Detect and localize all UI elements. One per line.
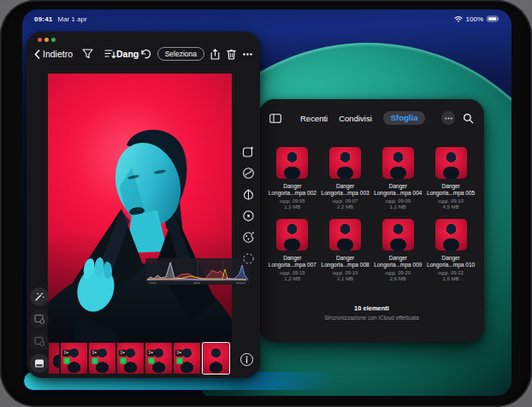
magic-wand-icon[interactable] [30, 287, 49, 306]
sort-icon[interactable] [104, 49, 116, 59]
files-header: Recenti Condivisi Sfoglia [269, 108, 474, 128]
file-size: 1,2 MB [284, 276, 300, 281]
tab-condivisi[interactable]: Condivisi [339, 114, 372, 123]
filmstrip-thumb[interactable]: 3✦ [61, 343, 87, 374]
file-thumbnail[interactable] [435, 219, 467, 251]
photo-editor-window: Indietro Danger Lon... Seleziona [27, 32, 260, 378]
document-title: Danger Lon... [116, 49, 139, 59]
file-thumbnail[interactable] [435, 147, 467, 179]
search-icon[interactable] [463, 113, 474, 124]
edit-badge: 3✦ [91, 350, 98, 364]
file-item[interactable]: Danger Longoria...mpa 008 oggi, 09:19 2,… [319, 219, 372, 281]
white-balance-icon[interactable] [241, 166, 256, 180]
file-thumbnail[interactable] [329, 219, 361, 251]
file-thumbnail[interactable] [382, 147, 414, 179]
auto-enhance-icon[interactable] [241, 145, 256, 159]
file-date: oggi, 09:07 [333, 198, 358, 204]
file-item[interactable]: Danger Longoria...mpa 010 oggi, 09:22 1,… [424, 219, 477, 281]
palette-icon[interactable] [241, 230, 256, 245]
sidebar-toggle-icon[interactable] [269, 114, 281, 123]
file-date: oggi, 09:05 [280, 198, 305, 204]
filmstrip-thumb[interactable] [49, 343, 59, 374]
files-footer: 10 elementi Sincronizzazione con iCloud … [259, 304, 484, 321]
filmstrip-thumb[interactable]: 3✦ [117, 343, 144, 374]
file-date: oggi, 09:22 [438, 270, 464, 275]
file-size: 4,5 MB [443, 204, 459, 209]
file-name: Danger Longoria...mpa 005 [426, 183, 476, 197]
back-label: Indietro [43, 49, 73, 59]
editor-toolbar: Indietro Danger Lon... Seleziona [27, 44, 260, 64]
histogram-panel[interactable] [145, 258, 250, 285]
more-circle-icon[interactable] [441, 111, 455, 125]
filmstrip-toggle-icon[interactable] [30, 354, 49, 373]
file-item[interactable]: Danger Longoria...mpa 004 oggi, 09:09 1,… [372, 147, 425, 209]
file-item[interactable]: Danger Longoria...mpa 009 oggi, 09:20 2,… [372, 219, 425, 281]
filmstrip-thumb[interactable]: 3✦ [89, 343, 115, 374]
edited-badge [92, 357, 98, 364]
file-item[interactable]: Danger Longoria...mpa 003 oggi, 09:07 2,… [319, 147, 372, 209]
window-controls[interactable] [38, 38, 56, 42]
filmstrip-thumb[interactable]: 3✦ [145, 343, 172, 374]
filmstrip-thumb[interactable]: 3✦ [174, 343, 200, 374]
battery-icon [487, 15, 499, 22]
status-date: Mar 1 apr [57, 15, 86, 23]
ipad-bezel: 09:41 Mar 1 apr 100% [0, 0, 532, 407]
window-control-green[interactable] [51, 38, 56, 42]
file-name: Danger Longoria...mpa 010 [426, 255, 476, 268]
wifi-icon [454, 15, 463, 22]
edit-badge: 3✦ [119, 350, 127, 364]
file-size: 1,1 MB [284, 204, 300, 209]
back-button[interactable]: Indietro [34, 49, 73, 59]
photo-badge-icon[interactable] [30, 310, 49, 328]
adjustment-count-badge: 3✦ [147, 350, 155, 357]
file-date: oggi, 09:09 [386, 198, 411, 204]
edited-badge [63, 357, 70, 364]
file-item[interactable]: Danger Longoria...mpa 002 oggi, 09:05 1,… [266, 147, 319, 209]
share-icon[interactable] [210, 49, 220, 60]
more-icon[interactable] [243, 53, 252, 56]
portrait-photo [48, 74, 232, 342]
files-grid: Danger Longoria...mpa 002 oggi, 09:05 1,… [266, 147, 477, 281]
file-thumbnail[interactable] [382, 219, 414, 251]
file-name: Danger Longoria...mpa 007 [268, 255, 317, 268]
file-size: 2,1 MB [337, 276, 353, 281]
adjustment-count-badge: 3✦ [62, 350, 70, 357]
undo-icon[interactable] [139, 49, 151, 59]
file-name: Danger Longoria...mpa 008 [321, 255, 370, 268]
file-name: Danger Longoria...mpa 002 [268, 183, 317, 197]
adjustment-count-badge: 3✦ [119, 350, 127, 357]
ipad-screen: 09:41 Mar 1 apr 100% [22, 9, 511, 396]
file-thumbnail[interactable] [276, 219, 308, 251]
tab-recenti[interactable]: Recenti [300, 114, 328, 123]
edited-badge [176, 357, 183, 364]
item-count: 10 elementi [259, 304, 484, 312]
edited-badge [148, 357, 155, 364]
photo-badge-icon[interactable] [30, 332, 49, 351]
quick-actions-rail [30, 287, 49, 373]
window-control-yellow[interactable] [44, 38, 49, 42]
select-button[interactable]: Seleziona [157, 47, 204, 62]
edited-badge [120, 357, 127, 364]
histogram-chart [145, 258, 250, 285]
file-date: oggi, 09:15 [280, 270, 305, 275]
filter-icon[interactable] [82, 49, 93, 59]
trash-icon[interactable] [227, 49, 236, 60]
filmstrip-thumb-selected[interactable] [202, 342, 230, 375]
info-icon[interactable] [240, 353, 253, 366]
file-thumbnail[interactable] [276, 147, 308, 179]
status-bar: 09:41 Mar 1 apr 100% [22, 13, 511, 25]
tab-sfoglia[interactable]: Sfoglia [383, 111, 426, 126]
dashed-circle-icon[interactable] [241, 251, 256, 266]
file-item[interactable]: Danger Longoria...mpa 007 oggi, 09:15 1,… [266, 219, 319, 281]
ipad-screenshot: 09:41 Mar 1 apr 100% [0, 0, 532, 407]
file-name: Danger Longoria...mpa 004 [373, 183, 423, 197]
ink-blot-icon[interactable] [241, 187, 256, 202]
filmstrip[interactable]: 3✦ 3✦ 3✦ [49, 342, 247, 375]
window-control-red[interactable] [38, 38, 42, 42]
file-thumbnail[interactable] [329, 147, 361, 179]
file-size: 1,6 MB [443, 276, 459, 281]
target-circle-icon[interactable] [241, 209, 256, 223]
file-item[interactable]: Danger Longoria...mpa 005 oggi, 09:10 4,… [424, 147, 477, 209]
battery-percent: 100% [466, 15, 483, 23]
photo-canvas[interactable] [48, 74, 232, 342]
